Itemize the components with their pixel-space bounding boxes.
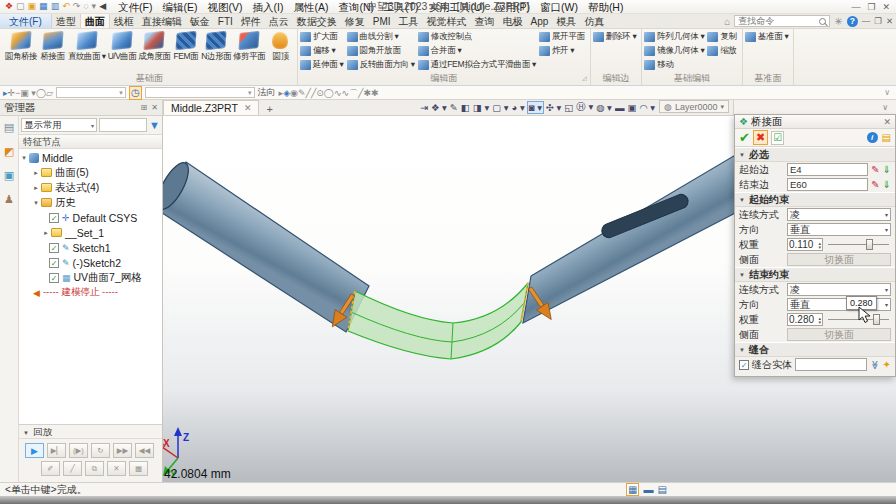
toolbar-icon[interactable]: ✱ xyxy=(363,88,371,98)
window-mode-icon[interactable]: ▬ xyxy=(643,484,653,495)
style-combo[interactable]: ▾ xyxy=(56,87,126,98)
ribbon-small-button[interactable]: 通过FEM拟合方式平滑曲面 ▾ xyxy=(418,58,536,72)
command-search[interactable] xyxy=(734,15,830,27)
tree-row-history[interactable]: ▾历史 xyxy=(19,195,162,210)
restore-button[interactable]: ❐ xyxy=(867,2,875,12)
ribbon-button[interactable]: FEM面 xyxy=(171,30,200,63)
manager-tree-icon[interactable]: ▤ xyxy=(4,121,14,134)
toolbar-icon[interactable]: ⌒ xyxy=(349,88,358,98)
menu-item[interactable]: 应用(P) xyxy=(490,0,535,14)
qat-icon[interactable]: ◌ xyxy=(82,0,89,13)
new-tab-button[interactable]: + xyxy=(259,103,279,115)
history-clock-icon[interactable]: ◷ xyxy=(129,86,142,100)
ribbon-small-button[interactable]: 复制 xyxy=(707,30,736,44)
section-end-constraint[interactable]: ▼结束约束 xyxy=(735,267,895,282)
start-continuity-select[interactable]: 凌▾ xyxy=(787,208,891,221)
ribbon-button[interactable]: 修剪平面 xyxy=(232,30,266,63)
ribbon-tab[interactable]: 焊件 xyxy=(237,14,265,28)
ribbon-small-button[interactable]: 缩放 xyxy=(707,44,736,58)
viewport-tool-icon[interactable]: ▬ xyxy=(614,102,626,113)
ribbon-small-button[interactable]: 移动 xyxy=(644,58,704,72)
tree-row-set1[interactable]: ▸__Set_1 xyxy=(19,225,162,240)
dialog-launcher-icon[interactable]: ◿ xyxy=(582,73,587,84)
toolbar-overflow-icon[interactable]: ∨ xyxy=(884,88,893,97)
ribbon-tab[interactable]: 线框 xyxy=(110,14,138,28)
tree-row-uv-surface[interactable]: ✓▦UV曲面7_网格 xyxy=(19,270,162,285)
menu-item[interactable]: 编辑(E) xyxy=(157,0,202,14)
ribbon-tab[interactable]: 直接编辑 xyxy=(138,14,186,28)
viewport-tool-icon[interactable]: ◱ xyxy=(563,102,574,113)
menu-item[interactable]: 实用工具(U) xyxy=(423,0,490,14)
pick-icon[interactable]: ⇓ xyxy=(883,179,891,190)
checkbox[interactable]: ✓ xyxy=(49,243,59,253)
ribbon-tab[interactable]: 模具 xyxy=(552,14,580,28)
toolbar-icon[interactable]: ∿ xyxy=(341,88,349,98)
end-weight-input[interactable]: 0.280▴▾ xyxy=(787,313,823,326)
ribbon-small-button[interactable]: 偏移 ▾ xyxy=(300,44,344,58)
panel-close-icon[interactable]: ✕ xyxy=(883,117,891,127)
viewport-tool-icon[interactable]: Ⓗ ▾ xyxy=(575,101,594,114)
help-icon[interactable]: ? xyxy=(847,16,858,27)
ribbon-tab[interactable]: App xyxy=(527,14,553,28)
options-icon[interactable]: ▤ xyxy=(882,132,891,143)
toolbar-icon[interactable]: ▱ xyxy=(46,88,53,98)
ribbon-small-button[interactable]: 延伸面 ▾ xyxy=(300,58,344,72)
toolbar-icon[interactable]: ⊙ xyxy=(316,88,324,98)
viewport-tool-icon[interactable]: ❖ ▾ xyxy=(430,102,448,113)
viewport-tool-icon[interactable]: ✎ xyxy=(449,102,459,113)
ribbon-tab[interactable]: 钣金 xyxy=(186,14,214,28)
qat-icon[interactable]: ↷ xyxy=(72,0,82,13)
menu-item[interactable]: 插入(I) xyxy=(247,0,288,14)
ribbon-tab[interactable]: PMI xyxy=(369,14,395,28)
pick-target-icon[interactable]: ✦ xyxy=(883,359,891,370)
end-edge-input[interactable]: E60 xyxy=(787,178,868,191)
apply-button[interactable]: ☑ xyxy=(771,131,784,145)
ribbon-small-button[interactable]: 镜像几何体 ▾ xyxy=(644,44,704,58)
viewport-tool-icon[interactable]: ◕ ▾ xyxy=(511,102,526,113)
end-continuity-select[interactable]: 凌▾ xyxy=(787,283,891,296)
switch-face-button[interactable]: 切换面 xyxy=(787,328,891,341)
ribbon-button[interactable]: 圆顶 xyxy=(266,30,295,63)
toolbar-icon[interactable]: ▣ ▾ xyxy=(20,88,36,98)
search-input[interactable] xyxy=(738,16,819,26)
tab-file[interactable]: 文件(F) xyxy=(0,14,52,28)
qat-icon[interactable]: ▦ xyxy=(38,0,49,13)
tree-row-expressions[interactable]: ▸表达式(4) xyxy=(19,180,162,195)
toolbar-icon[interactable]: ◉ xyxy=(290,88,298,98)
qat-icon[interactable]: ❖ xyxy=(4,0,14,13)
replay-button[interactable]: (▶) xyxy=(69,443,88,458)
checkbox[interactable]: ✓ xyxy=(49,213,59,223)
ok-button[interactable]: ✔ xyxy=(739,130,750,145)
ribbon-tab[interactable]: 数据交换 xyxy=(293,14,341,28)
ribbon-tab[interactable]: 查询 xyxy=(471,14,499,28)
filter-funnel-icon[interactable]: ▼ xyxy=(149,119,160,131)
ribbon-small-button[interactable]: 曲线分割 ▾ xyxy=(347,30,415,44)
filter-combo[interactable]: ▾ xyxy=(145,87,255,98)
edit-pen-icon[interactable]: ✎ xyxy=(871,164,879,175)
replay-button[interactable]: ✐ xyxy=(41,461,60,476)
start-edge-input[interactable]: E4 xyxy=(787,163,868,176)
tree-row-csys[interactable]: ✓✛Default CSYS xyxy=(19,210,162,225)
menu-item[interactable]: 工具(T) xyxy=(379,0,423,14)
ribbon-small-button[interactable]: 合并面 ▾ xyxy=(418,44,536,58)
viewport-tool-icon[interactable]: ▣ xyxy=(626,102,637,113)
menu-item[interactable]: 查询(N) xyxy=(333,0,379,14)
replay-button[interactable]: ▶▏ xyxy=(47,443,66,458)
pin-icon[interactable]: ⊞ xyxy=(141,103,148,112)
minimize-button[interactable]: — xyxy=(851,2,860,12)
qat-icon[interactable]: ◀ xyxy=(98,0,107,13)
ribbon-button[interactable]: 桥接面 xyxy=(38,30,67,63)
toolbar-icon[interactable]: ◯ xyxy=(36,88,46,98)
doc-close-button[interactable]: ✕ xyxy=(886,16,893,26)
ribbon-small-button[interactable]: 基准面 ▾ xyxy=(745,30,789,44)
tab-close-icon[interactable]: ✕ xyxy=(244,103,252,113)
section-start-constraint[interactable]: ▼起始约束 xyxy=(735,192,895,207)
panel-header[interactable]: ❖ 桥接面 ✕ xyxy=(735,115,895,129)
ribbon-button[interactable]: U/V曲面 xyxy=(107,30,138,63)
manager-close-icon[interactable]: ✕ xyxy=(151,103,158,112)
window-mode-icon[interactable]: ▦ xyxy=(626,483,639,496)
doc-minimize-button[interactable]: — xyxy=(862,16,871,26)
expand-list-icon[interactable]: ≫ xyxy=(870,360,880,369)
replay-button[interactable]: ⧉ xyxy=(85,461,104,476)
ribbon-button[interactable]: 直纹曲面 ▾ xyxy=(67,30,107,63)
